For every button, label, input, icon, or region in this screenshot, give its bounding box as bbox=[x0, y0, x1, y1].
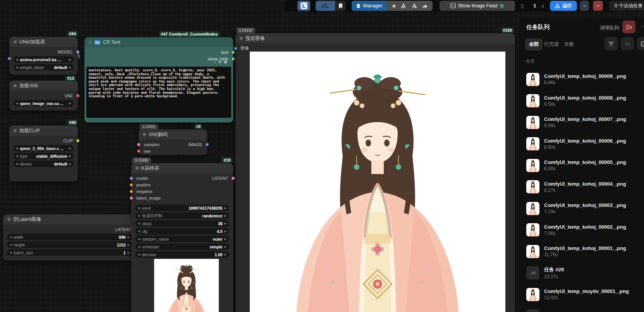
combo-left-icon[interactable]: ◀ bbox=[10, 236, 12, 239]
combo-left-icon[interactable]: ◀ bbox=[16, 58, 18, 61]
combo-right-icon[interactable]: ▶ bbox=[69, 147, 71, 150]
node-cr-text[interactable]: #47 Comfyroll_CustomNodes abcCR Text tex… bbox=[84, 37, 233, 122]
queue-item[interactable]: ComfyUI_temp_kohoj_00006_.png 8.50s bbox=[519, 133, 644, 155]
ksampler-widget[interactable]: ◀steps38▶ bbox=[135, 220, 229, 227]
circle-icon[interactable]: ○ bbox=[214, 60, 216, 64]
combo-left-icon[interactable]: ◀ bbox=[138, 245, 140, 248]
workflow-tab-button[interactable] bbox=[316, 1, 335, 11]
queue-item[interactable]: ComfyUI_temp_kohoj_00007_.png 9.56s bbox=[519, 112, 644, 133]
combo-left-icon[interactable]: ◀ bbox=[16, 147, 18, 150]
prompt-textarea[interactable]: masterpiece, best quality, score_9, scor… bbox=[86, 67, 231, 118]
ksampler-widget[interactable]: ◀seed189074317438205▶ bbox=[135, 205, 229, 211]
combo-left-icon[interactable]: ◀ bbox=[16, 155, 18, 158]
combo-right-icon[interactable]: ▶ bbox=[128, 251, 130, 254]
comfy-logo-button[interactable]: L bbox=[297, 1, 310, 11]
combo-left-icon[interactable]: ◀ bbox=[10, 243, 12, 246]
node-empty-latent-image[interactable]: 空Latent图像 LATENT ◀width896▶ ◀height1152▶… bbox=[3, 214, 136, 260]
queue-item[interactable]: ComfyUI_temp_kohoj_00009_.png 9.46s bbox=[519, 69, 644, 90]
clip-name-combo[interactable]: ◀qwen_3_06b_base.s ...▶ bbox=[13, 145, 74, 152]
ksampler-widget[interactable]: ◀生成后控制randomize▶ bbox=[135, 212, 229, 219]
queue-item-thumbnail[interactable] bbox=[526, 94, 539, 107]
model-a2-icon[interactable] bbox=[412, 3, 417, 9]
filter-tab-failed[interactable]: 失败 bbox=[564, 41, 574, 48]
node-vae-decode[interactable]: 0.098秒 #8 VAE解码 samplesIMAGE vae bbox=[139, 129, 207, 155]
latent-size-widget[interactable]: ◀batch_size1▶ bbox=[7, 249, 132, 256]
node-ksampler[interactable]: 9.314秒 #19 K采样器 modelLATENT positive neg… bbox=[131, 163, 233, 312]
queue-item-thumbnail[interactable] bbox=[526, 180, 539, 193]
queue-item-thumbnail[interactable] bbox=[526, 245, 539, 258]
sort-button[interactable]: ↑↓ bbox=[621, 37, 634, 50]
queue-item[interactable]: ComfyUI_temp_kohoj_00002_.png 7.06s bbox=[519, 219, 644, 241]
filter-tab-all[interactable]: 全部 bbox=[525, 38, 543, 50]
model-input-slot[interactable] bbox=[130, 177, 133, 180]
queue-item[interactable]: ✓✓ 任务 #29 13.27s bbox=[519, 262, 644, 284]
combo-right-icon[interactable]: ▶ bbox=[225, 253, 227, 256]
latent-size-widget[interactable]: ◀width896▶ bbox=[7, 234, 132, 240]
combo-right-icon[interactable]: ▶ bbox=[225, 238, 227, 241]
run-button[interactable]: 运行 bbox=[550, 1, 577, 11]
combo-left-icon[interactable]: ◀ bbox=[138, 207, 140, 210]
image-output-slot[interactable] bbox=[206, 143, 209, 146]
positive-input-slot[interactable] bbox=[130, 183, 133, 186]
batch-count-input[interactable]: 1 bbox=[531, 1, 539, 11]
clip-type-combo[interactable]: ◀typestable_diffusion▶ bbox=[13, 153, 74, 159]
queue-item[interactable]: ComfyUI_temp_kohoj_00003_.png 7.23s bbox=[519, 198, 644, 219]
combo-right-icon[interactable]: ▶ bbox=[128, 243, 130, 246]
negative-input-slot[interactable] bbox=[130, 190, 133, 193]
image-input-slot[interactable] bbox=[234, 47, 237, 50]
combo-left-icon[interactable]: ◀ bbox=[138, 253, 140, 256]
clip-output-slot[interactable] bbox=[76, 139, 79, 142]
unet-name-combo[interactable]: ◀anima-preview3-ba ...▶ bbox=[13, 56, 74, 63]
gear-icon[interactable]: ⚙ bbox=[218, 60, 222, 64]
node-preview-image[interactable]: 0.041秒 #100 预览图像 图像 bbox=[235, 33, 515, 312]
combo-left-icon[interactable]: ◀ bbox=[138, 238, 140, 241]
weight-dtype-combo[interactable]: ◀weight_dtypedefault▶ bbox=[13, 64, 74, 71]
more-options-icon[interactable]: ⋯ bbox=[641, 23, 644, 29]
combo-left-icon[interactable]: ◀ bbox=[138, 214, 140, 217]
show-help-output-slot[interactable] bbox=[232, 57, 235, 60]
filter-tab-completed[interactable]: 已完成 bbox=[544, 41, 559, 48]
run-options-button[interactable] bbox=[580, 1, 589, 11]
combo-right-icon[interactable]: ▶ bbox=[69, 155, 71, 158]
ksampler-widget[interactable]: ◀schedulersimple▶ bbox=[135, 243, 229, 250]
samples-input-slot[interactable] bbox=[137, 143, 140, 146]
cancel-button[interactable]: × bbox=[593, 1, 603, 11]
bookmark-button[interactable] bbox=[335, 1, 346, 11]
queue-item-thumbnail[interactable] bbox=[526, 73, 539, 86]
model-a-icon[interactable] bbox=[401, 3, 407, 9]
batch-count-stepper[interactable]: ▲▼ bbox=[540, 1, 546, 11]
ksampler-widget[interactable]: ◀sampler_nameeuler▶ bbox=[135, 236, 229, 242]
latent-image-input-slot[interactable] bbox=[130, 197, 133, 200]
queue-item[interactable]: ComfyUI_temp_kohoj_00004_.png 8.27s bbox=[519, 176, 644, 198]
share-icon[interactable] bbox=[422, 3, 428, 9]
vae-name-combo[interactable]: ◀qwen_image_vae.sa ...▶ bbox=[13, 100, 74, 107]
combo-left-icon[interactable]: ◀ bbox=[138, 222, 140, 225]
queue-item-thumbnail[interactable] bbox=[526, 116, 539, 129]
queue-item[interactable]: ComfyUI_temp_kohoj_00008_.png 9.58s bbox=[519, 90, 644, 112]
combo-right-icon[interactable]: ▶ bbox=[225, 230, 227, 233]
node-load-clip[interactable]: #45 加载CLIP CLIP ◀qwen_3_06b_base.s ...▶ … bbox=[9, 126, 78, 181]
ksampler-widget[interactable]: ◀denoise1.00▶ bbox=[135, 251, 229, 258]
queue-item[interactable]: ComfyUI_temp_kohoj_00001_.png 11.75s bbox=[519, 241, 644, 262]
star-icon[interactable]: ★ bbox=[392, 3, 396, 9]
node-load-vae[interactable]: #13 加载VAE VAE ◀qwen_image_vae.sa ...▶ bbox=[9, 81, 78, 110]
combo-right-icon[interactable]: ▶ bbox=[128, 236, 130, 239]
generated-image[interactable] bbox=[250, 52, 505, 312]
combo-left-icon[interactable]: ◀ bbox=[138, 230, 140, 233]
vae-input-slot[interactable] bbox=[137, 150, 140, 153]
queue-item[interactable]: ComfyUI_temp_kohoj_00005_.png 8.30s bbox=[519, 155, 644, 176]
queue-item[interactable]: ComfyUI_temp_muydv_00001_.png 12.02s bbox=[519, 284, 644, 305]
speaker-icon[interactable] bbox=[224, 60, 228, 64]
widget-input-slot[interactable] bbox=[8, 57, 11, 60]
combo-left-icon[interactable]: ◀ bbox=[16, 102, 18, 105]
combo-right-icon[interactable]: ▶ bbox=[225, 245, 227, 248]
combo-right-icon[interactable]: ▶ bbox=[225, 222, 227, 225]
clear-queue-button[interactable] bbox=[622, 21, 635, 33]
combo-right-icon[interactable]: ▶ bbox=[69, 58, 71, 61]
queue-item-thumbnail[interactable] bbox=[526, 159, 539, 172]
ksampler-widget[interactable]: ◀cfg4.0▶ bbox=[135, 228, 229, 234]
model-output-slot[interactable] bbox=[76, 50, 79, 53]
latent-output-slot[interactable] bbox=[232, 177, 235, 180]
vae-output-slot[interactable] bbox=[76, 94, 79, 97]
queue-item-thumbnail[interactable] bbox=[526, 223, 539, 236]
